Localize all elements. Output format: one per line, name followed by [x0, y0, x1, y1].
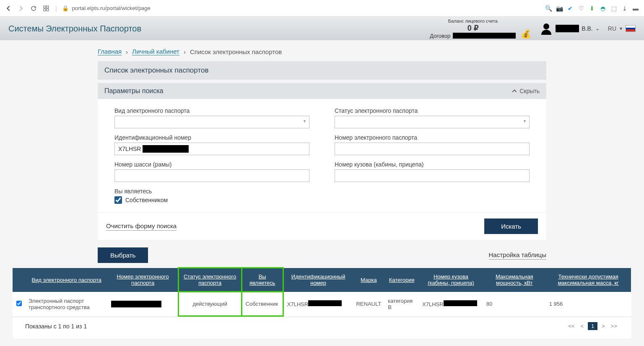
label-status: Статус электронного паспорта — [335, 107, 530, 114]
chevron-up-icon — [512, 88, 517, 94]
input-id-number[interactable]: X7LHSR — [114, 143, 309, 155]
forward-icon[interactable] — [18, 5, 24, 12]
search-form: Вид электронного паспорта Идентификацион… — [98, 99, 546, 212]
search-icon[interactable]: 🔍 — [545, 5, 552, 12]
chevron-down-icon: ⌄ — [595, 26, 600, 31]
select-passport-type[interactable] — [114, 116, 309, 128]
input-chassis[interactable] — [114, 169, 309, 182]
pager-first[interactable]: << — [566, 322, 576, 330]
breadcrumb-home[interactable]: Главная — [98, 48, 122, 55]
search-params-header: Параметры поиска Скрыть — [98, 83, 546, 99]
contract-number-redacted — [453, 33, 516, 39]
th-category[interactable]: Категория — [389, 277, 415, 283]
cell-brand: RENAULT — [353, 292, 384, 316]
table-footer: Показаны с 1 по 1 из 1 << < 1 > >> — [13, 317, 631, 338]
cell-status: действующий — [178, 292, 242, 316]
back-icon[interactable] — [5, 5, 12, 12]
battery-icon: ▬ — [632, 5, 639, 12]
user-name-redacted — [556, 25, 579, 32]
reload-icon[interactable] — [30, 5, 37, 12]
user-menu[interactable]: В.В. ⌄ — [540, 22, 599, 35]
flag-ru-icon — [626, 25, 636, 32]
cell-youare: Собственник — [242, 292, 283, 316]
checkbox-owner-label: Собственником — [125, 197, 168, 203]
contract-label: Договор — [430, 33, 450, 39]
svg-point-4 — [543, 23, 549, 29]
search-button[interactable]: Искать — [484, 219, 538, 234]
camera-icon[interactable]: 📷 — [556, 5, 563, 12]
params-toggle[interactable]: Скрыть — [512, 88, 540, 94]
cell-type: Электронный паспорт транспортного средст… — [25, 292, 108, 316]
breadcrumb-current: Список электронных паспортов — [190, 48, 282, 55]
form-actions: Очистить форму поиска Искать — [98, 212, 546, 240]
label-id-number: Идентификационный номер — [114, 134, 309, 141]
lock-icon: 🔒 — [62, 5, 69, 11]
download-arrow-icon[interactable]: ⬇ — [589, 5, 595, 12]
input-body-number[interactable] — [335, 169, 530, 182]
cell-power: 80 — [483, 292, 546, 316]
balance-value: 0 ₽ — [430, 23, 516, 33]
results-count: Показаны с 1 по 1 из 1 — [25, 323, 87, 330]
pager-next[interactable]: > — [600, 322, 607, 330]
th-mass[interactable]: Технически допустимая максимальная масса… — [558, 273, 618, 286]
th-id[interactable]: Идентификационный номер — [291, 273, 345, 286]
lang-code: RU — [608, 25, 616, 32]
svg-rect-0 — [44, 6, 46, 8]
checkbox-owner[interactable] — [114, 196, 122, 204]
cell-mass: 1 956 — [546, 292, 631, 316]
svg-rect-1 — [47, 6, 49, 8]
params-title: Параметры поиска — [104, 87, 163, 95]
label-ep-number: Номер электронного паспорта — [335, 134, 530, 141]
th-number[interactable]: Номер электронного паспорта — [117, 273, 169, 286]
svg-rect-3 — [47, 9, 49, 11]
input-ep-number[interactable] — [335, 143, 530, 155]
cell-id-prefix: X7LHSR — [287, 301, 309, 307]
pager-current[interactable]: 1 — [588, 322, 597, 330]
results-table: Вид электронного паспорта Номер электрон… — [13, 267, 631, 317]
label-body-number: Номер кузова (кабины, прицепа) — [335, 161, 530, 168]
label-chassis: Номер шасси (рамы) — [114, 161, 309, 168]
label-passport-type: Вид электронного паспорта — [114, 107, 309, 114]
select-status[interactable] — [335, 116, 530, 128]
th-type[interactable]: Вид электронного паспорта — [31, 277, 101, 283]
wallet-icon[interactable]: 💰 — [521, 29, 531, 39]
th-youare[interactable]: Вы являетесь — [249, 273, 275, 286]
shield-icon[interactable]: ✔ — [567, 5, 574, 12]
heart-icon[interactable]: ♡ — [578, 5, 584, 12]
svg-rect-2 — [44, 9, 46, 11]
cell-category: категория B — [384, 292, 419, 316]
cube-icon[interactable]: ⬚ — [610, 5, 617, 12]
row-checkbox[interactable] — [16, 301, 22, 306]
cell-body-prefix: X7LHSR — [422, 301, 444, 307]
cell-body-redacted — [444, 300, 477, 306]
cell-id-redacted — [308, 300, 342, 306]
download-tray-icon[interactable]: ⤓ — [621, 5, 628, 12]
breadcrumb-cabinet[interactable]: Личный кабинет — [132, 48, 179, 55]
site-title: Системы Электронных Паспортов — [8, 24, 141, 34]
label-youare: Вы являетесь — [114, 188, 309, 195]
id-redacted — [143, 145, 189, 153]
table-settings-link[interactable]: Настройка таблицы — [489, 251, 546, 260]
page-title: Список электронных паспортов — [98, 61, 546, 80]
pager-prev[interactable]: < — [579, 322, 585, 330]
th-brand[interactable]: Марка — [361, 277, 377, 283]
pager: << < 1 > >> — [566, 322, 619, 330]
pager-last[interactable]: >> — [609, 322, 619, 330]
clear-form-link[interactable]: Очистить форму поиска — [106, 222, 177, 231]
th-status[interactable]: Статус электронного паспорта — [184, 273, 236, 286]
cell-number-redacted — [111, 301, 161, 307]
site-header: Системы Электронных Паспортов Баланс лиц… — [0, 17, 644, 40]
balance-label: Баланс лицевого счета — [430, 18, 516, 23]
breadcrumb: Главная › Личный кабинет › Список электр… — [98, 48, 546, 55]
th-body[interactable]: Номер кузова (кабины, прицепа) — [428, 273, 474, 286]
browser-toolbar: | 🔒 portal.elpts.ru/portal/wicket/page 🔍… — [0, 0, 644, 17]
user-initials: В.В. — [582, 25, 592, 32]
url-text: portal.elpts.ru/portal/wicket/page — [72, 5, 151, 11]
extension-icon[interactable]: ◓ — [600, 5, 606, 12]
language-selector[interactable]: RU▾ — [608, 25, 636, 32]
table-row[interactable]: Электронный паспорт транспортного средст… — [13, 292, 631, 316]
th-power[interactable]: Максимальная мощность, кВт — [496, 273, 533, 286]
apps-icon[interactable] — [43, 5, 49, 12]
select-button[interactable]: Выбрать — [98, 247, 148, 263]
